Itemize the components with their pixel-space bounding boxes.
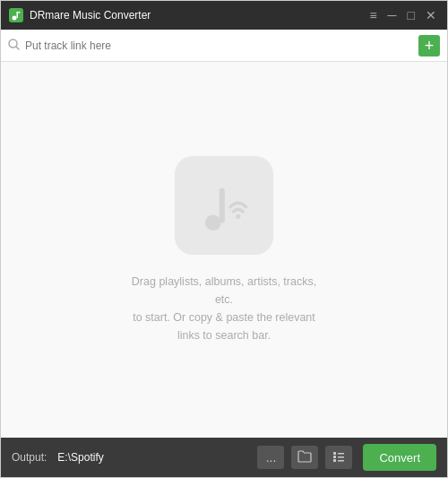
folder-icon [297, 450, 312, 465]
dots-icon: ... [266, 450, 277, 465]
app-icon [8, 7, 24, 23]
more-options-button[interactable]: ... [257, 446, 284, 469]
list-button[interactable] [325, 446, 352, 469]
title-bar: DRmare Music Converter ≡ ─ □ ✕ [1, 1, 447, 30]
folder-button[interactable] [291, 446, 318, 469]
window-controls: ≡ ─ □ ✕ [366, 9, 440, 22]
svg-rect-7 [220, 187, 225, 222]
search-input[interactable] [25, 39, 418, 52]
svg-rect-14 [338, 460, 344, 462]
svg-rect-0 [9, 8, 23, 22]
add-button[interactable]: + [418, 35, 440, 56]
svg-rect-10 [338, 453, 344, 455]
svg-rect-13 [333, 459, 336, 462]
app-title: DRmare Music Converter [30, 9, 366, 22]
footer: Output: E:\Spotify ... [1, 438, 447, 477]
svg-rect-11 [333, 456, 336, 458]
output-path: E:\Spotify [57, 451, 250, 464]
minimize-button[interactable]: ─ [384, 9, 401, 22]
svg-rect-9 [333, 452, 336, 455]
search-icon [8, 39, 20, 53]
close-button[interactable]: ✕ [422, 9, 440, 22]
svg-rect-12 [338, 456, 344, 458]
search-bar: + [1, 30, 447, 62]
svg-point-1 [13, 16, 17, 21]
main-content: Drag playlists, albums, artists, tracks,… [1, 62, 447, 438]
svg-point-8 [236, 213, 240, 218]
output-label: Output: [12, 451, 47, 464]
placeholder-text: Drag playlists, albums, artists, tracks,… [125, 273, 323, 344]
app-window: DRmare Music Converter ≡ ─ □ ✕ + [0, 0, 448, 478]
svg-point-6 [205, 214, 221, 230]
maximize-button[interactable]: □ [404, 9, 418, 22]
convert-button[interactable]: Convert [363, 444, 436, 471]
svg-line-5 [16, 47, 19, 49]
placeholder-icon [175, 156, 273, 255]
menu-icon[interactable]: ≡ [366, 9, 380, 22]
list-icon [332, 450, 346, 465]
svg-rect-3 [17, 12, 21, 13]
